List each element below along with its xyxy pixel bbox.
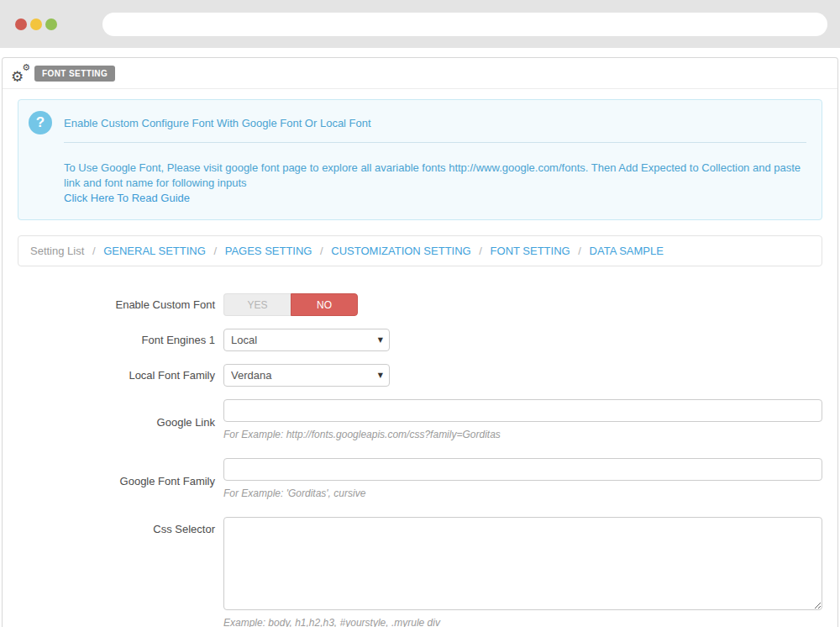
breadcrumb-link-font-setting[interactable]: FONT SETTING (491, 245, 570, 257)
enable-custom-font-label: Enable Custom Font (18, 298, 223, 311)
enable-custom-font-toggle: YES NO (223, 293, 358, 316)
page-title-badge: FONT SETTING (34, 66, 115, 82)
local-font-family-select[interactable]: Verdana (223, 364, 390, 387)
help-content: Enable Custom Configure Font With Google… (64, 111, 808, 206)
breadcrumb-item-setting-list: Setting List (30, 245, 84, 257)
help-icon-column: ? (29, 111, 64, 206)
browser-chrome (0, 0, 840, 48)
breadcrumb-link-data-sample[interactable]: DATA SAMPLE (590, 245, 664, 257)
breadcrumb-link-general-setting[interactable]: GENERAL SETTING (103, 245, 206, 257)
help-panel: ? Enable Custom Configure Font With Goog… (18, 99, 822, 220)
local-font-family-label: Local Font Family (18, 369, 223, 382)
form-row-css-selector: Css Selector Example: body, h1,h2,h3, #y… (18, 517, 822, 627)
google-link-help-text: For Example: http://fonts.googleapis.com… (223, 429, 822, 440)
css-selector-label: Css Selector (18, 517, 223, 535)
google-font-family-help-text: For Example: 'Gorditas', cursive (223, 487, 822, 499)
font-settings-form: Enable Custom Font YES NO Font Engines 1… (18, 293, 822, 627)
google-link-label: Google Link (18, 416, 223, 429)
breadcrumb-separator: / (320, 245, 323, 257)
form-row-font-engine: Font Engines 1 Local ▼ (18, 329, 822, 351)
breadcrumb-link-pages-setting[interactable]: PAGES SETTING (225, 245, 312, 257)
font-engine-select[interactable]: Local (223, 329, 390, 351)
toggle-no-button[interactable]: NO (291, 293, 358, 316)
css-selector-textarea[interactable] (223, 517, 822, 610)
google-font-family-input[interactable] (223, 458, 822, 481)
window-close-dot[interactable] (15, 18, 27, 30)
form-row-enable-custom-font: Enable Custom Font YES NO (18, 293, 822, 316)
window-minimize-dot[interactable] (30, 18, 42, 30)
form-row-google-link: Google Link For Example: http://fonts.go… (18, 399, 822, 445)
form-row-google-font-family: Google Font Family For Example: 'Gordita… (18, 458, 822, 504)
card-body: ? Enable Custom Configure Font With Goog… (3, 89, 837, 627)
toggle-yes-button[interactable]: YES (223, 293, 291, 316)
card-header: ⚙ ⚙ FONT SETTING (3, 58, 837, 89)
help-title: Enable Custom Configure Font With Google… (64, 117, 806, 129)
help-divider (64, 142, 806, 143)
question-icon: ? (29, 111, 52, 134)
gears-icon: ⚙ ⚙ (11, 65, 31, 82)
google-link-input[interactable] (223, 399, 822, 422)
help-body-text: To Use Google Font, Please visit google … (64, 161, 806, 191)
breadcrumb-separator: / (92, 245, 96, 257)
settings-card: ⚙ ⚙ FONT SETTING ? Enable Custom Configu… (2, 57, 838, 627)
breadcrumb-link-customization-setting[interactable]: CUSTOMIZATION SETTING (331, 245, 470, 257)
window-maximize-dot[interactable] (45, 18, 57, 30)
font-engine-label: Font Engines 1 (18, 334, 223, 346)
read-guide-link[interactable]: Click Here To Read Guide (64, 191, 190, 206)
css-selector-help-text: Example: body, h1,h2,h3, #yourstyle, .my… (223, 617, 822, 627)
breadcrumb-separator: / (213, 245, 217, 257)
breadcrumb-separator: / (578, 245, 581, 257)
form-row-local-font-family: Local Font Family Verdana ▼ (18, 364, 822, 387)
breadcrumb: Setting List / GENERAL SETTING / PAGES S… (18, 235, 822, 266)
google-font-family-label: Google Font Family (18, 475, 223, 487)
address-bar[interactable] (102, 13, 827, 36)
breadcrumb-separator: / (479, 245, 482, 257)
